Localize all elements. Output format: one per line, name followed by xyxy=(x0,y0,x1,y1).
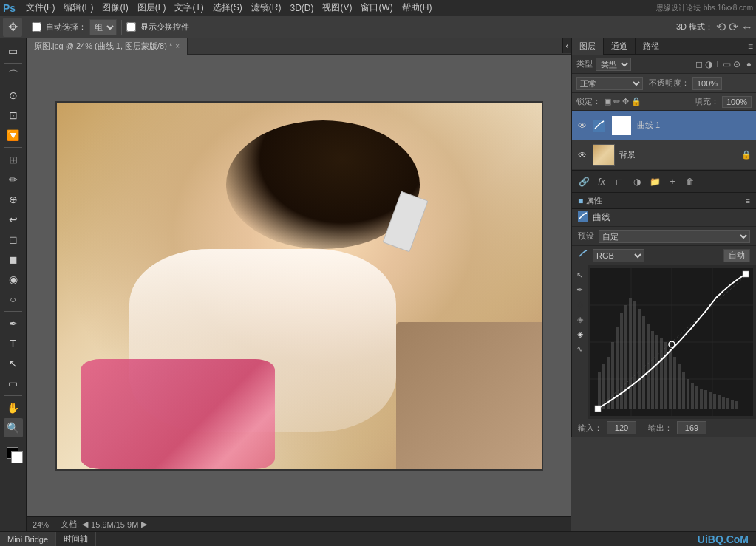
curves-title-row: 曲线 xyxy=(572,209,756,227)
tool-separator-5 xyxy=(4,440,22,440)
layer-item-background[interactable]: 👁 背景 🔒 xyxy=(572,140,756,170)
properties-close-btn[interactable]: ≡ xyxy=(746,197,750,205)
zoom-tool[interactable]: 🔍 xyxy=(4,418,23,437)
menu-text[interactable]: 文字(T) xyxy=(170,0,208,16)
tab-close-btn[interactable]: × xyxy=(175,42,180,50)
dodge-tool[interactable]: ○ xyxy=(4,290,23,309)
show-transform-label: 显示变换控件 xyxy=(140,21,189,33)
gradient-tool[interactable]: ◼ xyxy=(4,250,23,269)
filter-icon-text[interactable]: T xyxy=(715,59,720,69)
curves-eyedropper-black[interactable]: ◈ xyxy=(573,298,587,311)
menu-bar: Ps 文件(F) 编辑(E) 图像(I) 图层(L) 文字(T) 选择(S) 滤… xyxy=(0,0,756,16)
quick-select-tool[interactable]: ⊙ xyxy=(4,86,23,105)
curves-pointer-tool[interactable]: ↖ xyxy=(573,268,587,281)
tab-channels[interactable]: 通道 xyxy=(604,38,636,55)
tab-layers[interactable]: 图层 xyxy=(572,38,604,55)
path-select-tool[interactable]: ↖ xyxy=(4,354,23,373)
link-icon[interactable]: 🔗 xyxy=(576,174,591,189)
marquee-tool[interactable]: ▭ xyxy=(4,41,23,61)
menu-layer[interactable]: 图层(L) xyxy=(133,0,171,16)
lock-move[interactable]: ✥ xyxy=(622,97,629,106)
eraser-tool[interactable]: ◻ xyxy=(4,230,23,249)
three-d-btn-2[interactable]: ⟳ xyxy=(729,20,738,34)
menu-select[interactable]: 选择(S) xyxy=(208,0,247,16)
layer-eye-background[interactable]: 👁 xyxy=(576,149,588,161)
show-transform-checkbox[interactable] xyxy=(126,22,136,32)
menu-3d[interactable]: 3D(D) xyxy=(285,1,318,15)
auto-select-type[interactable]: 组 xyxy=(89,19,117,35)
curves-section-title: 曲线 xyxy=(593,211,610,224)
three-d-controls: 3D 模式： ⟲ ⟳ ↔ xyxy=(676,20,753,34)
color-picker[interactable] xyxy=(4,444,23,463)
delete-layer-icon[interactable]: 🗑 xyxy=(683,174,698,189)
add-layer-icon[interactable]: + xyxy=(665,174,680,189)
toolbar-divider-3 xyxy=(194,20,194,35)
menu-file[interactable]: 文件(F) xyxy=(21,0,59,16)
menu-edit[interactable]: 编辑(E) xyxy=(59,0,98,16)
canvas-container[interactable] xyxy=(27,55,571,516)
crop-tool[interactable]: ⊡ xyxy=(4,106,23,125)
preset-select[interactable]: 自定 xyxy=(599,230,750,243)
brush-tool[interactable]: ✏ xyxy=(4,170,23,189)
panel-collapse-btn[interactable]: ‹ xyxy=(562,38,571,53)
main-area: ▭ ⌒ ⊙ ⊡ 🔽 ⊞ ✏ ⊕ ↩ ◻ ◼ ◉ ○ ✒ T ↖ ▭ ✋ 🔍 xyxy=(0,38,756,531)
filter-icon-pixel[interactable]: ◻ xyxy=(695,59,703,69)
layer-eye-curves[interactable]: 👁 xyxy=(576,120,588,132)
fx-icon[interactable]: fx xyxy=(594,174,609,189)
curves-eyedropper-gray[interactable]: ◈ xyxy=(573,313,587,326)
eyedropper-tool[interactable]: 🔽 xyxy=(4,126,23,145)
filter-icon-shape[interactable]: ▭ xyxy=(723,59,731,69)
fill-input[interactable] xyxy=(722,96,752,108)
three-d-btn-1[interactable]: ⟲ xyxy=(716,20,726,34)
filter-toggle[interactable]: ● xyxy=(746,59,752,69)
shape-tool[interactable]: ▭ xyxy=(4,374,23,393)
auto-button[interactable]: 自动 xyxy=(723,249,750,262)
curves-pen-tool[interactable]: ✒ xyxy=(573,283,587,296)
patch-tool[interactable]: ⊞ xyxy=(4,150,23,169)
filter-type-select[interactable]: 类型 xyxy=(596,58,631,71)
right-panel-wrapper: ‹ 图层 通道 路径 ≡ 类型 类型 xyxy=(571,38,756,531)
menu-window[interactable]: 窗口(W) xyxy=(356,0,397,16)
auto-select-checkbox[interactable] xyxy=(32,22,41,32)
blur-tool[interactable]: ◉ xyxy=(4,270,23,289)
lock-transparent[interactable]: ▣ xyxy=(604,97,611,106)
history-brush[interactable]: ↩ xyxy=(4,210,23,229)
opacity-input[interactable] xyxy=(692,77,722,90)
three-d-btn-3[interactable]: ↔ xyxy=(741,21,753,34)
menu-image[interactable]: 图像(I) xyxy=(98,0,132,16)
filter-icon-adj[interactable]: ◑ xyxy=(705,59,712,69)
curves-eyedropper-white[interactable]: ◈ xyxy=(573,327,587,341)
layer-item-curves[interactable]: 👁 曲线 1 xyxy=(572,111,756,140)
output-value[interactable] xyxy=(677,421,706,434)
text-tool[interactable]: T xyxy=(4,334,23,353)
lasso-tool[interactable]: ⌒ xyxy=(4,66,23,85)
lock-paint[interactable]: ✏ xyxy=(613,97,620,106)
filter-icon-smart[interactable]: ⊙ xyxy=(733,59,740,69)
svg-rect-31 xyxy=(695,386,698,409)
move-tool-icon[interactable]: ✥ xyxy=(3,18,22,37)
add-adjustment-icon[interactable]: ◑ xyxy=(630,174,644,189)
document-tab[interactable]: 原图.jpg @ 24% (曲线 1, 图层蒙版/8) * × xyxy=(27,38,188,55)
curves-smooth-tool[interactable]: ∿ xyxy=(573,342,587,355)
tab-paths[interactable]: 路径 xyxy=(636,38,667,55)
background-color[interactable] xyxy=(11,451,23,463)
hand-tool[interactable]: ✋ xyxy=(4,398,23,417)
blend-mode-select[interactable]: 正常 xyxy=(576,77,643,90)
menu-help[interactable]: 帮助(H) xyxy=(398,0,437,16)
menu-filter[interactable]: 滤镜(R) xyxy=(247,0,286,16)
tool-separator-2 xyxy=(4,147,22,148)
tab-timeline[interactable]: 时间轴 xyxy=(56,532,96,547)
input-value[interactable] xyxy=(607,421,636,434)
panel-menu-btn[interactable]: ≡ xyxy=(745,41,756,52)
status-arrow-right[interactable]: ▶ xyxy=(141,519,147,529)
menu-view[interactable]: 视图(V) xyxy=(318,0,356,16)
svg-rect-28 xyxy=(682,372,685,409)
tab-mini-bridge[interactable]: Mini Bridge xyxy=(0,532,56,547)
add-group-icon[interactable]: 📁 xyxy=(647,174,662,189)
add-mask-icon[interactable]: ◻ xyxy=(612,174,627,189)
lock-all[interactable]: 🔒 xyxy=(631,97,641,106)
status-arrow-left[interactable]: ◀ xyxy=(82,519,88,529)
channel-select[interactable]: RGB xyxy=(593,249,644,262)
clone-tool[interactable]: ⊕ xyxy=(4,190,23,209)
pen-tool[interactable]: ✒ xyxy=(4,314,23,333)
